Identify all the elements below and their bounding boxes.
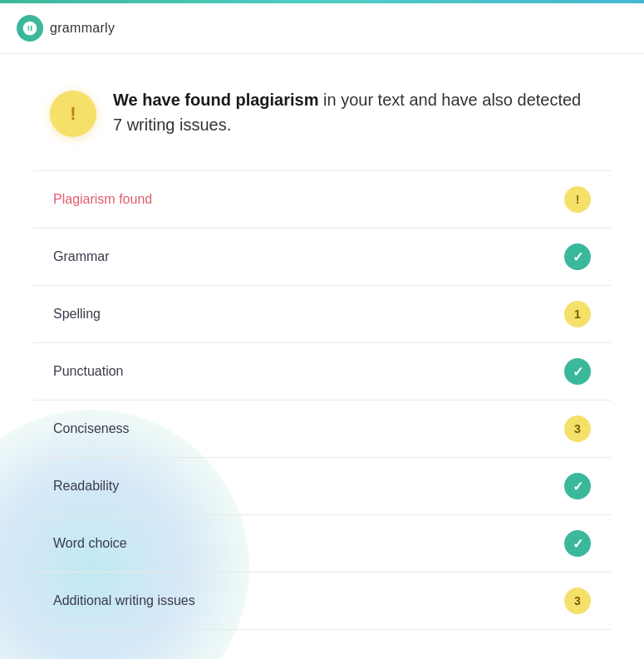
item-badge: ✓ (564, 358, 591, 385)
item-label: Punctuation (53, 364, 124, 379)
check-icon: ✓ (573, 479, 583, 494)
check-icon: ✓ (573, 364, 583, 380)
item-label: Readability (53, 479, 119, 494)
svg-text:G: G (25, 24, 31, 32)
check-icon: ✓ (573, 536, 583, 552)
list-item[interactable]: Additional writing issues3 (33, 573, 611, 630)
app-name: grammarly (50, 21, 115, 36)
main-content: ! We have found plagiarism in your text … (0, 54, 644, 647)
list-item[interactable]: Conciseness3 (33, 401, 611, 458)
list-item[interactable]: Punctuation✓ (33, 343, 611, 401)
item-label: Conciseness (53, 421, 130, 436)
item-label: Plagiarism found (53, 192, 152, 207)
header: G grammarly (0, 3, 644, 54)
item-badge: ✓ (564, 530, 591, 557)
item-badge: ✓ (564, 473, 591, 499)
item-label: Word choice (53, 536, 127, 551)
item-label: Grammar (53, 249, 110, 264)
warning-badge-symbol: ! (70, 105, 76, 123)
hero-bold-prefix: We have found plagiarism (113, 91, 318, 109)
hero-text: We have found plagiarism in your text an… (113, 87, 594, 137)
item-badge: ✓ (564, 243, 591, 270)
item-badge: 3 (564, 588, 591, 614)
check-icon: ✓ (573, 249, 583, 265)
list-item[interactable]: Readability✓ (33, 458, 611, 515)
list-item[interactable]: Word choice✓ (33, 515, 611, 573)
list-item[interactable]: Plagiarism found! (33, 171, 611, 229)
item-badge: ! (564, 186, 591, 213)
item-label: Additional writing issues (53, 593, 195, 608)
item-label: Spelling (53, 307, 101, 322)
list-item[interactable]: Spelling1 (33, 286, 611, 343)
item-badge: 3 (564, 416, 591, 442)
item-badge: 1 (564, 301, 591, 327)
list-item[interactable]: Grammar✓ (33, 229, 611, 286)
items-list: Plagiarism found!Grammar✓Spelling1Punctu… (33, 170, 611, 630)
hero-section: ! We have found plagiarism in your text … (33, 79, 611, 145)
warning-badge: ! (50, 91, 96, 137)
grammarly-logo-icon: G (17, 15, 43, 42)
